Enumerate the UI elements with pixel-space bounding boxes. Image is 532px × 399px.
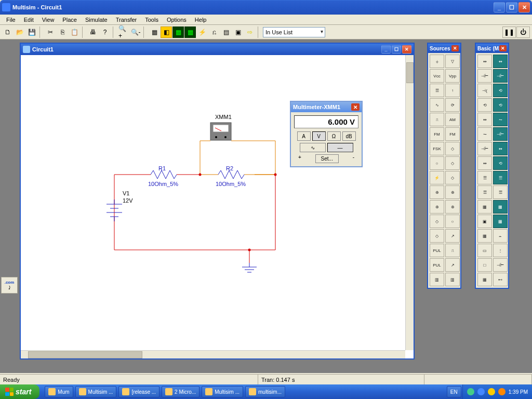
save-button[interactable]: 💾	[26, 26, 37, 38]
tray-icon[interactable]	[488, 388, 495, 395]
menu-tools[interactable]: Tools	[141, 16, 163, 24]
tool-sim1-button[interactable]: ◧	[161, 26, 172, 38]
sources-component-button[interactable]: ∿	[430, 98, 444, 112]
menu-edit[interactable]: Edit	[20, 16, 38, 24]
sources-component-button[interactable]: ↗	[445, 229, 460, 243]
basic-component-button[interactable]: ▣	[477, 215, 492, 228]
circuit-scroll-vertical[interactable]	[405, 55, 414, 350]
sources-component-button[interactable]: ◇	[445, 171, 460, 184]
circuit-titlebar[interactable]: Circuit1 _ ☐ ✕	[21, 44, 414, 55]
basic-component-button[interactable]: ↭	[477, 113, 492, 126]
basic-component-button[interactable]: ☰	[493, 185, 508, 199]
help-button[interactable]: ?	[99, 26, 111, 38]
sources-component-button[interactable]: ◇	[430, 229, 444, 243]
multimeter-close-button[interactable]: ✕	[351, 103, 360, 111]
sources-component-button[interactable]: ⎍	[430, 113, 444, 126]
basic-component-button[interactable]: ☰	[477, 171, 492, 184]
sources-component-button[interactable]: ⊕	[430, 185, 444, 199]
sources-component-button[interactable]: ▽	[445, 55, 460, 68]
basic-component-button[interactable]: ▦	[477, 273, 492, 286]
tool-post-button[interactable]: ⎌	[208, 26, 220, 38]
multimeter-ohm-button[interactable]: Ω	[327, 131, 341, 141]
circuit-canvas[interactable]: XMM1 R1 10Ohm_5% R2 10Ohm_5% V1 12V	[21, 55, 405, 350]
tool-export-button[interactable]: ⇨	[244, 26, 256, 38]
multimeter-amp-button[interactable]: A	[297, 131, 311, 141]
sources-component-button[interactable]: AM	[445, 113, 460, 126]
basic-component-button[interactable]: ▦	[477, 229, 492, 243]
tray-icon[interactable]	[498, 388, 506, 395]
sources-component-button[interactable]: FSK	[430, 142, 444, 155]
basic-component-button[interactable]: ⊷	[493, 273, 508, 286]
left-toolbox-com[interactable]: .com ⤸	[1, 277, 18, 294]
language-indicator[interactable]: EN	[447, 386, 461, 397]
multimeter-dc-button[interactable]: —	[327, 143, 353, 152]
sources-component-button[interactable]: ⊕	[430, 200, 444, 214]
basic-component-button[interactable]: ☰	[493, 171, 508, 184]
copy-button[interactable]: ⎘	[57, 26, 68, 38]
multimeter-ac-button[interactable]: ∿	[300, 143, 326, 152]
sources-component-button[interactable]: ○	[445, 215, 460, 228]
sources-component-button[interactable]: ⏚	[430, 55, 444, 68]
basic-component-button[interactable]: ↭	[477, 156, 492, 170]
cut-button[interactable]: ✂	[45, 26, 56, 38]
tray-icon[interactable]	[467, 388, 474, 395]
basic-component-button[interactable]: ↭	[493, 55, 508, 68]
sources-component-button[interactable]: ⚡	[430, 171, 444, 184]
circuit-scroll-horizontal[interactable]	[21, 350, 405, 358]
sources-component-button[interactable]: FM	[430, 127, 444, 141]
basic-component-button[interactable]: ⟲	[493, 98, 508, 112]
sources-component-button[interactable]: ◇	[430, 215, 444, 228]
menu-file[interactable]: File	[2, 16, 20, 24]
minimize-button[interactable]: _	[494, 2, 505, 12]
multimeter-set-button[interactable]: Set...	[315, 154, 339, 163]
basic-component-button[interactable]: ▦	[493, 200, 508, 214]
basic-component-button[interactable]: ⟲	[493, 156, 508, 170]
basic-palette-titlebar[interactable]: Basic (M... ✕	[476, 44, 508, 53]
basic-palette-close-button[interactable]: ✕	[499, 45, 507, 51]
sources-component-button[interactable]: ⟳	[445, 98, 460, 112]
basic-component-button[interactable]: ⟲	[477, 98, 492, 112]
tool-sim2-button[interactable]: ▦	[172, 26, 184, 38]
multimeter-volt-button[interactable]: V	[312, 131, 326, 141]
tool-probe-button[interactable]: ⚡	[196, 26, 208, 38]
paste-button[interactable]: 📋	[69, 26, 80, 38]
basic-component-button[interactable]: ▦	[493, 215, 508, 228]
basic-component-button[interactable]: ⟲	[493, 84, 508, 97]
basic-component-button[interactable]: ↭	[493, 142, 508, 155]
open-button[interactable]: 📂	[14, 26, 25, 38]
basic-component-button[interactable]: ⊣⊢	[493, 127, 508, 141]
taskbar-item[interactable]: 2 Micro...	[162, 386, 200, 397]
taskbar-item[interactable]: Multisim ...	[202, 386, 243, 397]
basic-component-button[interactable]: ▦	[477, 200, 492, 214]
basic-component-button[interactable]: ⊣⊢	[493, 69, 508, 83]
sources-component-button[interactable]: ☰	[430, 84, 444, 97]
menu-place[interactable]: Place	[58, 16, 81, 24]
basic-component-button[interactable]: ▭	[477, 244, 492, 257]
taskbar-item[interactable]: Multisim ...	[75, 386, 117, 397]
basic-component-button[interactable]: ↭	[477, 55, 492, 68]
zoom-in-button[interactable]: 🔍+	[118, 26, 129, 38]
sources-component-button[interactable]: Vpp	[445, 69, 460, 83]
menu-simulate[interactable]: Simulate	[81, 16, 112, 24]
close-button[interactable]: ✕	[518, 2, 530, 12]
sources-component-button[interactable]: ⊕	[445, 200, 460, 214]
sources-component-button[interactable]: ◇	[445, 142, 460, 155]
inuse-dropdown[interactable]: In Use List	[263, 27, 325, 37]
circuit-maximize-button[interactable]: ☐	[392, 45, 401, 54]
sources-component-button[interactable]: PUL	[430, 258, 444, 272]
basic-component-button[interactable]: ⋮	[493, 244, 508, 257]
basic-component-button[interactable]: ⊣⊢	[477, 69, 492, 83]
basic-component-button[interactable]: ⊣(	[477, 84, 492, 97]
sources-component-button[interactable]: ▥	[430, 273, 444, 286]
menu-options[interactable]: Options	[163, 16, 191, 24]
taskbar-item[interactable]: Mum	[45, 386, 73, 397]
sources-component-button[interactable]: ⊕	[445, 185, 460, 199]
basic-component-button[interactable]: ⥊	[477, 127, 492, 141]
print-button[interactable]: 🖶	[87, 26, 99, 38]
taskbar-item[interactable]: multisim...	[245, 386, 285, 397]
menu-transfer[interactable]: Transfer	[112, 16, 141, 24]
tool-db-button[interactable]: ▦	[149, 26, 160, 38]
circuit-minimize-button[interactable]: _	[381, 45, 391, 54]
tool-clip-button[interactable]: ▣	[232, 26, 244, 38]
sources-component-button[interactable]: PUL	[430, 244, 444, 257]
